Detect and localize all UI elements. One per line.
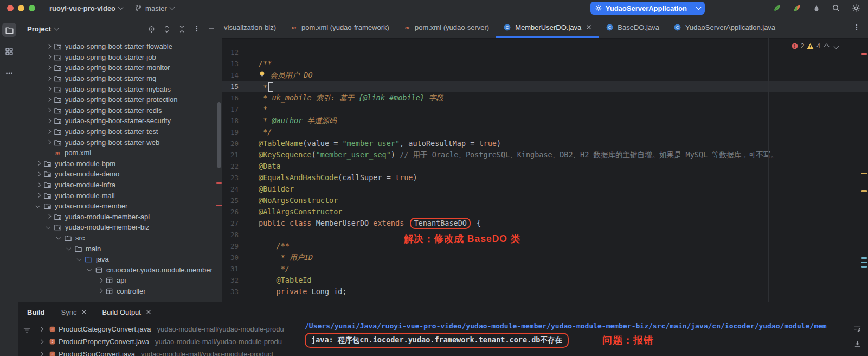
- chevron-right-icon[interactable]: [34, 192, 42, 200]
- tab-close-icon[interactable]: [146, 309, 151, 315]
- chevron-right-icon[interactable]: [44, 138, 53, 147]
- expand-all-icon[interactable]: [163, 25, 171, 33]
- tab-close-icon[interactable]: [81, 309, 87, 315]
- tree-scrollbar-thumb[interactable]: [217, 102, 221, 168]
- chevron-down-icon[interactable]: [75, 255, 83, 263]
- more-tools-button[interactable]: [2, 66, 16, 80]
- code-line[interactable]: 27public class MemberUserDO extends Tena…: [222, 218, 868, 229]
- code-line[interactable]: 26@AllArgsConstructor: [222, 206, 868, 218]
- chevron-right-icon[interactable]: [44, 74, 53, 82]
- tree-item[interactable]: yudao-spring-boot-starter-web: [18, 137, 222, 148]
- file-path-link[interactable]: /Users/yunai/Java/ruoyi-vue-pro-video/yu…: [305, 322, 837, 330]
- tree-item[interactable]: yudao-module-member-api: [18, 212, 222, 223]
- plugin-leaf2-icon[interactable]: [793, 4, 801, 12]
- code-line[interactable]: 22@Data: [222, 161, 868, 172]
- chevron-right-icon[interactable]: [37, 338, 45, 346]
- editor-tab[interactable]: CYudaoServerApplication.java: [666, 16, 782, 38]
- branch-selector[interactable]: master: [134, 4, 174, 12]
- inspections-widget[interactable]: 2 4: [792, 42, 840, 50]
- tree-item[interactable]: controller: [18, 286, 222, 297]
- chevron-down-icon[interactable]: [86, 266, 94, 274]
- tree-item[interactable]: java: [18, 254, 222, 265]
- tab-close-icon[interactable]: [586, 24, 591, 30]
- tree-item[interactable]: yudao-module-infra: [18, 180, 222, 190]
- code-line[interactable]: 19 */: [222, 126, 868, 138]
- tree-item[interactable]: src: [18, 233, 222, 244]
- chevron-down-icon[interactable]: [55, 234, 63, 242]
- previous-problem-icon[interactable]: [824, 43, 830, 49]
- more-vertical-icon[interactable]: [193, 25, 201, 33]
- tree-item[interactable]: yudao-module-mall: [18, 190, 222, 201]
- tree-item[interactable]: yudao-spring-boot-starter-test: [18, 126, 222, 137]
- code-line[interactable]: 14 会员用户 DO: [222, 69, 868, 81]
- chevron-down-icon[interactable]: [54, 26, 60, 31]
- build-output-row[interactable]: JProductSpuConvert.javayudao-module-mall…: [37, 348, 304, 356]
- code-line[interactable]: 25@NoArgsConstructor: [222, 195, 868, 206]
- close-window-button[interactable]: [7, 5, 14, 11]
- code-line[interactable]: 15 *: [222, 81, 868, 92]
- chevron-right-icon[interactable]: [44, 128, 53, 136]
- project-tool-button[interactable]: [2, 23, 16, 37]
- editor-tab[interactable]: mpom.xml (yudao-server): [396, 16, 496, 38]
- tree-item[interactable]: yudao-module-member: [18, 201, 222, 212]
- build-output-row[interactable]: JProductCategoryConvert.javayudao-module…: [37, 323, 304, 335]
- chevron-right-icon[interactable]: [34, 181, 42, 189]
- tree-item[interactable]: yudao-spring-boot-starter-job: [18, 52, 222, 63]
- code-line[interactable]: 20@TableName(value = "member_user", auto…: [222, 138, 868, 149]
- code-line[interactable]: 33 private Long id;: [222, 286, 868, 297]
- tree-item[interactable]: yudao-module-demo: [18, 169, 222, 180]
- build-panel-title[interactable]: Build: [27, 308, 45, 316]
- chevron-right-icon[interactable]: [44, 117, 53, 125]
- minimize-window-button[interactable]: [18, 5, 24, 11]
- code-line[interactable]: 21@KeySequence("member_user_seq") // 用于 …: [222, 149, 868, 161]
- chevron-right-icon[interactable]: [44, 53, 53, 61]
- chevron-right-icon[interactable]: [44, 96, 53, 104]
- code-line[interactable]: 31 */: [222, 263, 868, 275]
- error-stripe[interactable]: [860, 38, 868, 302]
- chevron-right-icon[interactable]: [96, 276, 104, 284]
- editor-tab[interactable]: CMemberUserDO.java: [496, 16, 599, 38]
- search-icon[interactable]: [832, 4, 840, 12]
- code-line[interactable]: 16 * uk_mobile 索引: 基于 {@link #mobile} 字段: [222, 92, 868, 104]
- chevron-right-icon[interactable]: [34, 160, 42, 168]
- hide-panel-icon[interactable]: [208, 25, 215, 33]
- tree-item[interactable]: yudao-spring-boot-starter-flowable: [18, 41, 222, 52]
- code-line[interactable]: 13/**: [222, 58, 868, 69]
- chevron-right-icon[interactable]: [34, 170, 42, 178]
- code-line[interactable]: 28: [222, 229, 868, 240]
- droplet-icon[interactable]: [813, 4, 820, 12]
- chevron-down-icon[interactable]: [44, 223, 53, 231]
- build-tab[interactable]: Sync: [61, 308, 87, 316]
- project-selector[interactable]: ruoyi-vue-pro-video: [49, 4, 123, 12]
- collapse-all-icon[interactable]: [178, 25, 186, 33]
- editor-tab[interactable]: CBaseDO.java: [599, 16, 666, 38]
- scroll-to-end-icon[interactable]: [853, 340, 861, 348]
- code-area[interactable]: 1213/**14 会员用户 DO15 *16 * uk_mobile 索引: …: [222, 38, 868, 302]
- chevron-right-icon[interactable]: [96, 287, 104, 295]
- build-output-row[interactable]: JProductPropertyConvert.javayudao-module…: [37, 335, 304, 348]
- code-line[interactable]: 32 @TableId: [222, 275, 868, 286]
- locate-file-icon[interactable]: [147, 25, 156, 33]
- run-configuration-widget[interactable]: YudaoServerApplication: [590, 2, 705, 15]
- chevron-right-icon[interactable]: [44, 85, 53, 93]
- code-line[interactable]: 17 *: [222, 104, 868, 115]
- tree-item[interactable]: yudao-spring-boot-starter-mq: [18, 73, 222, 84]
- chevron-right-icon[interactable]: [44, 106, 53, 115]
- settings-gear-icon[interactable]: [852, 4, 860, 12]
- run-config-dropdown[interactable]: [692, 2, 705, 15]
- chevron-right-icon[interactable]: [37, 350, 45, 356]
- chevron-right-icon[interactable]: [37, 325, 45, 333]
- code-line[interactable]: 12: [222, 47, 868, 58]
- code-line[interactable]: 23@EqualsAndHashCode(callSuper = true): [222, 172, 868, 183]
- tree-item[interactable]: yudao-spring-boot-starter-monitor: [18, 62, 222, 73]
- tree-item[interactable]: yudao-module-member-biz: [18, 222, 222, 233]
- code-line[interactable]: 29 /**: [222, 240, 868, 252]
- tree-item[interactable]: api: [18, 275, 222, 286]
- build-tab[interactable]: Build Output: [102, 308, 151, 316]
- tool-window-button[interactable]: [2, 44, 16, 59]
- zoom-window-button[interactable]: [29, 5, 35, 11]
- editor-tab[interactable]: mpom.xml (yudao-framework): [283, 16, 396, 38]
- tree-item[interactable]: yudao-spring-boot-starter-protection: [18, 94, 222, 105]
- more-vertical-icon[interactable]: [853, 16, 868, 38]
- chevron-right-icon[interactable]: [44, 213, 53, 221]
